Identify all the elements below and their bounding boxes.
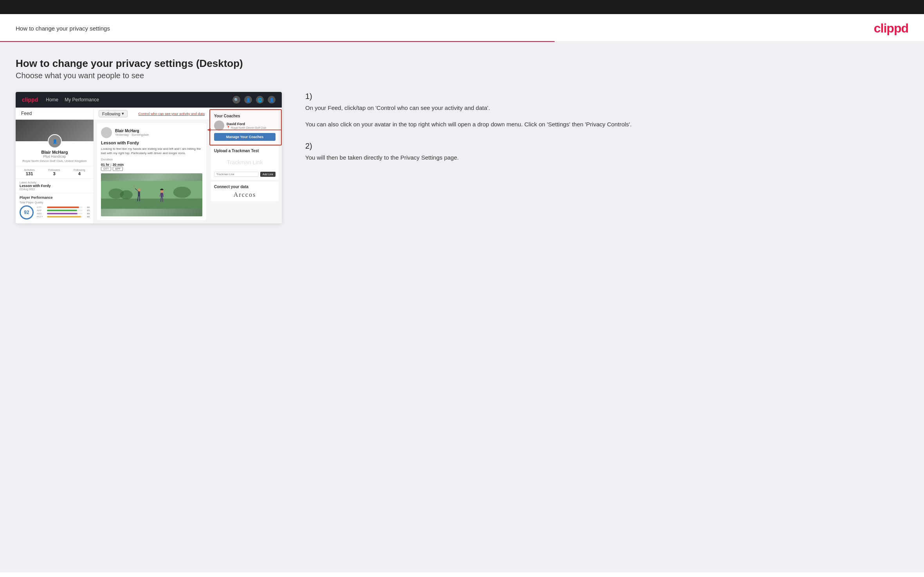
- feed-header: Following ▾ Control who can see your act…: [94, 108, 209, 120]
- app-body: Feed 👤 Blair McHarg Plus Handicap Royal …: [16, 108, 282, 223]
- instruction-2-num: 2): [305, 142, 908, 151]
- coach-name: David Ford: [227, 122, 266, 126]
- two-col: clippd Home My Performance 🔍 👤 🌐 👤 Feed …: [16, 92, 908, 223]
- stat-following: Following 4: [74, 169, 85, 176]
- coach-item: David Ford 📍 Royal North Devon Golf Club: [214, 120, 276, 131]
- arccos-logo: Arccos: [214, 191, 276, 198]
- post-title: Lesson with Fordy: [101, 140, 202, 145]
- post-author: Blair McHarg Yesterday · Sunningdale: [101, 127, 202, 138]
- post-author-sub: Yesterday · Sunningdale: [115, 133, 149, 137]
- app-right-sidebar: Your Coaches David Ford 📍 Royal North De…: [209, 108, 282, 223]
- latest-activity: Latest Activity Lesson with Fordy 03 Aug…: [16, 179, 94, 193]
- svg-line-18: [162, 198, 163, 202]
- player-performance: Player Performance Total Player Quality …: [16, 193, 94, 222]
- app-mockup: clippd Home My Performance 🔍 👤 🌐 👤 Feed …: [16, 92, 282, 223]
- connect-card: Connect your data Arccos: [211, 182, 279, 201]
- svg-rect-11: [161, 192, 163, 198]
- nav-home: Home: [46, 97, 58, 102]
- page-subheading: Choose what you want people to see: [16, 71, 908, 80]
- person-icon: 👤: [244, 96, 252, 104]
- post-avatar: [101, 127, 112, 138]
- bar-putt-fill: [47, 216, 81, 217]
- header-title: How to change your privacy settings: [16, 25, 110, 32]
- stat-activities: Activities 131: [24, 169, 35, 176]
- profile-handicap: Plus Handicap: [19, 155, 90, 158]
- tag-ott: OTT: [101, 167, 111, 171]
- coach-avatar: [214, 120, 224, 131]
- profile-avatar: 👤: [48, 134, 62, 148]
- bar-ott-label: OTT: [37, 206, 45, 209]
- instruction-1-num: 1): [305, 92, 908, 101]
- post-description: Looking to feel like my hands are exitin…: [101, 147, 202, 155]
- footer: Copyright Clippd 2022: [0, 572, 924, 577]
- post-duration-value: 01 hr : 30 min: [101, 163, 202, 167]
- player-perf-title: Player Performance: [20, 196, 90, 200]
- profile-banner: 👤: [16, 120, 94, 141]
- profile-stats: Activities 131 Followers 3 Following 4: [16, 166, 94, 179]
- app-feed: Following ▾ Control who can see your act…: [94, 108, 209, 223]
- post-image: [101, 173, 202, 216]
- avatar-icon: 👤: [268, 96, 276, 104]
- profile-club: Royal North Devon Golf Club, United King…: [19, 159, 90, 163]
- quality-score: 92: [20, 205, 34, 219]
- profile-name: Blair McHarg: [19, 150, 90, 155]
- post-tags: OTT APP: [101, 167, 202, 171]
- svg-rect-1: [101, 199, 202, 209]
- nav-my-performance: My Performance: [65, 97, 99, 102]
- header: How to change your privacy settings clip…: [0, 14, 924, 41]
- coaches-card: Your Coaches David Ford 📍 Royal North De…: [211, 111, 279, 144]
- bar-putt: PUTT 96: [37, 216, 90, 218]
- manage-coaches-button[interactable]: Manage Your Coaches: [214, 133, 276, 141]
- stat-followers-label: Followers: [49, 169, 60, 171]
- bar-ott-track: [47, 207, 83, 208]
- control-link[interactable]: Control who can see your activity and da…: [138, 112, 205, 116]
- feed-tab: Feed: [16, 108, 94, 120]
- quality-bars: OTT 90 APP: [37, 206, 90, 219]
- trackman-title: Upload a Trackman Test: [214, 149, 276, 153]
- bar-arg-track: [47, 213, 83, 214]
- quality-label: Total Player Quality: [20, 201, 90, 204]
- following-button[interactable]: Following ▾: [99, 110, 128, 117]
- coaches-title: Your Coaches: [214, 114, 276, 118]
- main-content: How to change your privacy settings (Des…: [0, 42, 924, 572]
- search-icon: 🔍: [232, 96, 240, 104]
- post-image-svg: [101, 173, 202, 216]
- svg-point-3: [120, 191, 133, 200]
- instruction-1: 1) On your Feed, click/tap on 'Control w…: [305, 92, 908, 129]
- coaches-section: Your Coaches David Ford 📍 Royal North De…: [209, 111, 282, 144]
- trackman-input[interactable]: [214, 172, 259, 177]
- trackman-placeholder: Trackman Link: [214, 155, 276, 169]
- stat-followers-value: 3: [49, 171, 60, 176]
- bar-app: APP 85: [37, 209, 90, 212]
- stat-followers: Followers 3: [49, 169, 60, 176]
- top-bar: [0, 0, 924, 14]
- add-link-button[interactable]: Add Link: [260, 172, 276, 177]
- feed-post: Blair McHarg Yesterday · Sunningdale Les…: [97, 123, 206, 220]
- instruction-1-text: On your Feed, click/tap on 'Control who …: [305, 103, 908, 113]
- stat-activities-value: 131: [24, 171, 35, 176]
- app-logo: clippd: [22, 97, 38, 103]
- bar-ott-fill: [47, 207, 79, 208]
- stat-following-value: 4: [74, 171, 85, 176]
- svg-line-17: [161, 198, 161, 202]
- svg-point-4: [173, 187, 191, 198]
- bar-app-fill: [47, 210, 77, 211]
- bar-putt-label: PUTT: [37, 216, 45, 218]
- stat-activities-label: Activities: [24, 169, 35, 171]
- bar-app-val: 85: [84, 209, 90, 212]
- globe-icon: 🌐: [256, 96, 264, 104]
- connect-title: Connect your data: [214, 185, 276, 189]
- latest-activity-date: 03 Aug 2022: [20, 188, 90, 191]
- instruction-2-text: You will then be taken directly to the P…: [305, 153, 908, 162]
- bar-ott: OTT 90: [37, 206, 90, 209]
- trackman-card: Upload a Trackman Test Trackman Link Add…: [211, 146, 279, 180]
- bar-ott-val: 90: [84, 206, 90, 209]
- instruction-1-extra: You can also click on your avatar in the…: [305, 120, 908, 129]
- latest-activity-label: Latest Activity: [20, 181, 90, 184]
- instruction-2: 2) You will then be taken directly to th…: [305, 142, 908, 162]
- coach-club: 📍 Royal North Devon Golf Club: [227, 126, 266, 129]
- svg-line-10: [139, 197, 140, 201]
- svg-rect-14: [161, 189, 163, 190]
- page-heading: How to change your privacy settings (Des…: [16, 58, 908, 70]
- bar-app-track: [47, 210, 83, 211]
